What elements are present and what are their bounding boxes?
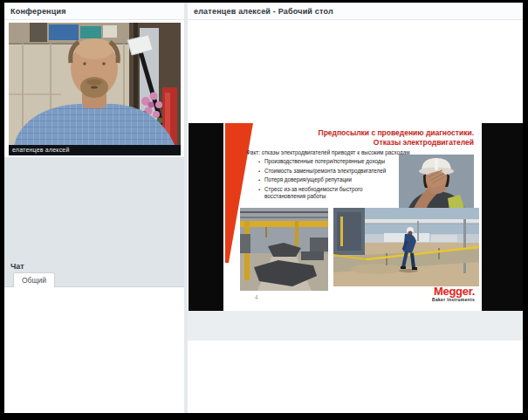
slide-intro-text: Факт: отказы электродвигателей приводят … [246, 149, 410, 155]
megger-logo-wordmark: Megger. [432, 286, 475, 297]
megger-logo: Megger. Baker Instruments [432, 286, 475, 302]
chat-tab-bar: Общий [4, 272, 184, 287]
presentation-slide: Предпосылки с проведению диагностики. От… [189, 123, 523, 311]
share-view-letterbox [188, 311, 523, 341]
chat-tab-general[interactable]: Общий [13, 272, 55, 287]
slide-title-line1: Предпосылки с проведению диагностики. [256, 128, 474, 138]
screen-share-panel: елатенцев алексей - Рабочий стол Предпос… [188, 3, 523, 413]
screen-share-title: елатенцев алексей - Рабочий стол [194, 7, 333, 16]
participant-name-badge: елатенцев алексей [9, 145, 181, 155]
slide-bullet: Потеря доверия/ущерб репутации [258, 176, 396, 184]
field-worker-photo [333, 208, 479, 286]
slide-bullet-list: Производственные потери/потерянные доход… [258, 158, 396, 203]
chat-messages-area[interactable] [4, 287, 184, 413]
slide-bullet: Производственные потери/потерянные доход… [258, 158, 396, 166]
slide-bullet: Стоимость замены/ремонта электродвигател… [258, 168, 396, 176]
factory-floor-photo [240, 208, 328, 291]
slide-pillarbox-left [189, 123, 223, 311]
slide-bullet: Стресс из-за необходимости быстрого восс… [258, 186, 396, 201]
conference-window: Конференция [4, 3, 523, 413]
conference-panel-header: Конференция [4, 3, 184, 20]
conference-panel-title: Конференция [10, 7, 66, 16]
slide-title: Предпосылки с проведению диагностики. От… [256, 128, 474, 148]
slide-page-number: 4 [255, 294, 258, 300]
slide-title-line2: Отказы электродвигателей [256, 138, 474, 148]
left-panel-background [4, 157, 184, 287]
screen-share-header: елатенцев алексей - Рабочий стол [188, 3, 523, 20]
participant-video-tile[interactable]: елатенцев алексей [9, 23, 181, 155]
slide-pillarbox-right [482, 123, 523, 311]
megger-logo-subtext: Baker Instruments [432, 298, 475, 302]
conference-panel: Конференция [4, 3, 184, 413]
chat-section-title: Чат [10, 262, 24, 271]
facepalm-engineer-photo [399, 155, 474, 210]
participant-video-scene [9, 23, 181, 145]
